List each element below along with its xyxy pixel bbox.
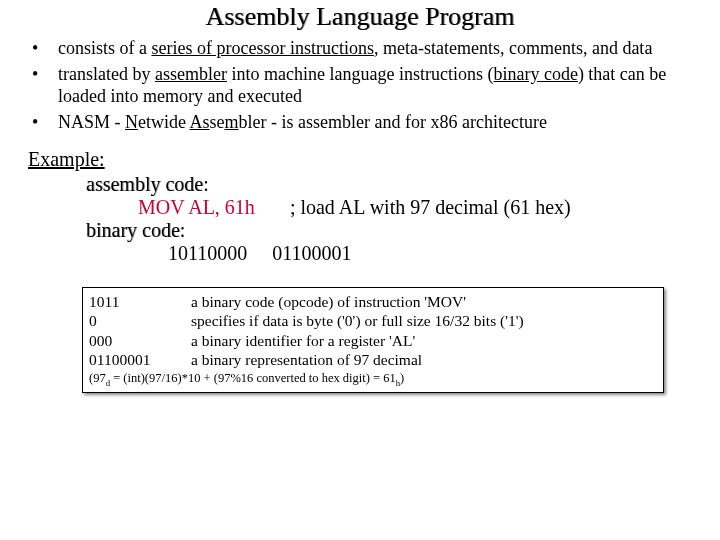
- text: se: [210, 112, 225, 132]
- text-underline: binary code: [493, 64, 577, 84]
- cell-meaning: a binary representation of 97 decimal: [185, 350, 663, 369]
- page-title: Assembly Language Program: [28, 2, 692, 32]
- colon: :: [203, 173, 209, 195]
- opcode-table: 1011 a binary code (opcode) of instructi…: [83, 288, 663, 370]
- text-underline: series of processor instructions: [152, 38, 374, 58]
- gap: [247, 242, 272, 264]
- example-heading: Example:: [28, 148, 692, 171]
- cell-bits: 01100001: [83, 350, 185, 369]
- cell-meaning: specifies if data is byte ('0') or full …: [185, 311, 663, 330]
- binary-code-line: 10110000 01100001: [138, 242, 692, 265]
- text: , meta-statements, comments, and data: [374, 38, 652, 58]
- cell-bits: 1011: [83, 288, 185, 311]
- table-row: 1011 a binary code (opcode) of instructi…: [83, 288, 663, 311]
- text-underline: As: [190, 112, 210, 132]
- bullet-2: translated by assembler into machine lan…: [58, 64, 692, 108]
- binary-code-label: binary code:: [86, 219, 692, 242]
- opcode-table-wrap: 1011 a binary code (opcode) of instructi…: [82, 287, 664, 393]
- text: ): [400, 371, 404, 385]
- text: into machine language instructions (: [227, 64, 493, 84]
- table-row: 01100001 a binary representation of 97 d…: [83, 350, 663, 369]
- cell-bits: 0: [83, 311, 185, 330]
- text: NASM -: [58, 112, 125, 132]
- text: consists of a: [58, 38, 152, 58]
- table-row: 0 specifies if data is byte ('0') or ful…: [83, 311, 663, 330]
- text-underline: assembler: [155, 64, 227, 84]
- slide: Assembly Language Program consists of a …: [0, 0, 720, 540]
- byte-1: 10110000: [168, 242, 247, 264]
- cell-meaning: a binary code (opcode) of instruction 'M…: [185, 288, 663, 311]
- table-row: 000 a binary identifier for a register '…: [83, 331, 663, 350]
- text: (97: [89, 371, 106, 385]
- text: bler - is assembler and for x86 architec…: [239, 112, 547, 132]
- text: = (int)(97/16)*10 + (97%16 converted to …: [110, 371, 396, 385]
- bullet-list: consists of a series of processor instru…: [28, 38, 692, 134]
- gap: [255, 196, 290, 218]
- text: translated by: [58, 64, 155, 84]
- label-text: assembly code: [86, 173, 203, 195]
- label-text: binary code: [86, 219, 180, 241]
- assembly-code-label: assembly code:: [86, 173, 692, 196]
- bullet-1: consists of a series of processor instru…: [58, 38, 692, 60]
- text-underline: m: [225, 112, 239, 132]
- instruction: MOV AL, 61h: [138, 196, 255, 218]
- text: etwide: [138, 112, 190, 132]
- text-underline: N: [125, 112, 138, 132]
- assembly-code-line: MOV AL, 61h ; load AL with 97 decimal (6…: [138, 196, 692, 219]
- bullet-3: NASM - Netwide Assembler - is assembler …: [58, 112, 692, 134]
- cell-meaning: a binary identifier for a register 'AL': [185, 331, 663, 350]
- comment: ; load AL with 97 decimal (61 hex): [290, 196, 571, 218]
- colon: :: [180, 219, 186, 241]
- cell-bits: 000: [83, 331, 185, 350]
- footnote: (97d = (int)(97/16)*10 + (97%16 converte…: [83, 369, 663, 392]
- byte-2: 01100001: [272, 242, 351, 264]
